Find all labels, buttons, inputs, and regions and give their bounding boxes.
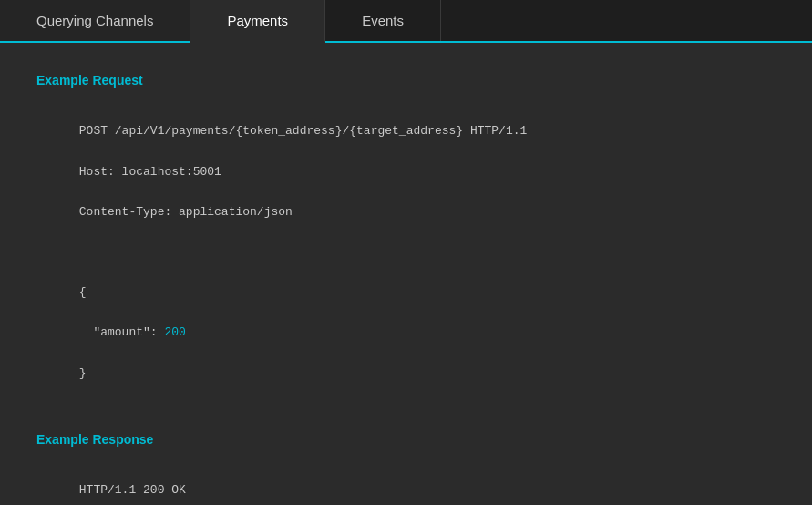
example-response-section: Example Response HTTP/1.1 200 OK Content… (36, 429, 776, 499)
example-request-code: POST /api/V1/payments/{token_address}/{t… (36, 101, 776, 403)
request-amount-key: "amount": (79, 325, 165, 339)
request-open-brace: { (79, 285, 87, 299)
request-line1: POST /api/V1/payments/{token_address}/{t… (79, 124, 527, 138)
tab-querying-channels[interactable]: Querying Channels (0, 0, 190, 41)
tab-bar: Querying Channels Payments Events (0, 0, 812, 43)
example-response-title: Example Response (36, 429, 776, 449)
tab-payments[interactable]: Payments (190, 0, 325, 43)
request-line3: Content-Type: application/json (79, 205, 293, 219)
example-request-section: Example Request POST /api/V1/payments/{t… (36, 70, 776, 404)
content-area: Example Request POST /api/V1/payments/{t… (0, 43, 812, 499)
request-line2: Host: localhost:5001 (79, 165, 221, 179)
response-line1: HTTP/1.1 200 OK (79, 483, 186, 497)
example-response-code: HTTP/1.1 200 OK Content-Type: applicatio… (36, 460, 776, 499)
request-amount-value: 200 (164, 325, 185, 339)
tab-events[interactable]: Events (325, 0, 441, 41)
example-request-title: Example Request (36, 70, 776, 90)
request-close-brace: } (79, 366, 87, 380)
